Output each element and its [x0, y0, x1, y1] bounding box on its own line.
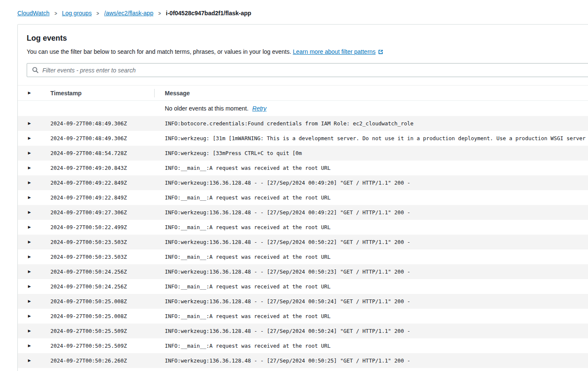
expand-row-icon[interactable]: ▶	[28, 255, 31, 259]
log-events-table: ▶ Timestamp Message No older events at t…	[18, 85, 588, 368]
learn-more-link[interactable]: Learn more about filter patterns	[293, 48, 383, 55]
event-timestamp: 2024-09-27T00:49:22.849Z	[50, 180, 165, 186]
log-rows-container: ▶ 2024-09-27T00:48:49.306Z INFO:botocore…	[18, 116, 588, 368]
event-message: INFO:werkzeug:136.36.128.48 - - [27/Sep/…	[165, 269, 588, 275]
no-older-events-text: No older events at this moment.	[165, 105, 249, 112]
expand-row-icon[interactable]: ▶	[28, 344, 31, 348]
log-event-row[interactable]: ▶ 2024-09-27T00:50:25.008Z INFO:__main__…	[18, 309, 588, 324]
event-message: INFO:werkzeug:136.36.128.48 - - [27/Sep/…	[165, 357, 588, 364]
breadcrumb-chevron-icon: >	[97, 10, 99, 17]
log-event-row[interactable]: ▶ 2024-09-27T00:50:26.260Z INFO:werkzeug…	[18, 353, 588, 368]
breadcrumb: CloudWatch > Log groups > /aws/ec2/flask…	[17, 10, 251, 17]
event-message: INFO:werkzeug:136.36.128.48 - - [27/Sep/…	[165, 180, 588, 186]
timestamp-column-header: Timestamp	[50, 90, 165, 97]
expand-row-icon[interactable]: ▶	[28, 210, 31, 214]
event-message: INFO:__main__:A request was received at …	[165, 194, 588, 201]
log-event-row[interactable]: ▶ 2024-09-27T00:50:22.499Z INFO:__main__…	[18, 220, 588, 235]
expand-row-icon[interactable]: ▶	[28, 270, 31, 274]
log-events-panel: Log events You can use the filter bar be…	[17, 24, 588, 371]
learn-more-label: Learn more about filter patterns	[293, 48, 375, 55]
event-timestamp: 2024-09-27T00:48:49.306Z	[50, 135, 165, 141]
log-event-row[interactable]: ▶ 2024-09-27T00:48:49.306Z INFO:botocore…	[18, 116, 588, 131]
log-event-row[interactable]: ▶ 2024-09-27T00:49:22.849Z INFO:__main__…	[18, 190, 588, 205]
event-timestamp: 2024-09-27T00:50:22.499Z	[50, 224, 165, 230]
log-event-row[interactable]: ▶ 2024-09-27T00:50:25.008Z INFO:werkzeug…	[18, 294, 588, 309]
panel-description: You can use the filter bar below to sear…	[27, 48, 588, 56]
log-event-row[interactable]: ▶ 2024-09-27T00:49:22.849Z INFO:werkzeug…	[18, 175, 588, 190]
log-event-row[interactable]: ▶ 2024-09-27T00:49:27.306Z INFO:werkzeug…	[18, 205, 588, 220]
log-event-row[interactable]: ▶ 2024-09-27T00:50:23.503Z INFO:werkzeug…	[18, 235, 588, 249]
page-title: Log events	[27, 34, 588, 43]
event-timestamp: 2024-09-27T00:50:26.260Z	[50, 357, 165, 364]
expand-row-icon[interactable]: ▶	[28, 299, 31, 303]
log-event-row[interactable]: ▶ 2024-09-27T00:50:25.509Z INFO:__main__…	[18, 338, 588, 353]
expand-row-icon[interactable]: ▶	[28, 225, 31, 229]
expand-row-icon[interactable]: ▶	[28, 285, 31, 288]
event-timestamp: 2024-09-27T00:50:24.256Z	[50, 269, 165, 275]
log-event-row[interactable]: ▶ 2024-09-27T00:50:24.256Z INFO:werkzeug…	[18, 264, 588, 279]
expand-row-icon[interactable]: ▶	[28, 151, 31, 155]
event-message: INFO:werkzeug:136.36.128.48 - - [27/Sep/…	[165, 298, 588, 305]
external-link-icon	[378, 49, 383, 56]
event-message: INFO:werkzeug:136.36.128.48 - - [27/Sep/…	[165, 239, 588, 245]
no-older-events-row: No older events at this moment. Retry	[18, 101, 588, 116]
event-message: INFO:werkzeug: [31m [1mWARNING: This is …	[165, 135, 588, 141]
expand-row-icon[interactable]: ▶	[28, 314, 31, 318]
event-message: INFO:botocore.credentials:Found credenti…	[165, 120, 588, 127]
expand-column-icon: ▶	[28, 91, 31, 95]
event-message: INFO:__main__:A request was received at …	[165, 283, 588, 290]
filter-events-input[interactable]	[42, 64, 588, 77]
expand-row-icon[interactable]: ▶	[28, 122, 31, 125]
event-timestamp: 2024-09-27T00:49:27.306Z	[50, 209, 165, 216]
expand-row-icon[interactable]: ▶	[28, 240, 31, 244]
event-message: INFO:__main__:A request was received at …	[165, 313, 588, 319]
event-message: INFO:__main__:A request was received at …	[165, 224, 588, 230]
message-column-header: Message	[165, 90, 588, 97]
event-message: INFO:werkzeug: [33mPress CTRL+C to quit …	[165, 150, 588, 156]
event-timestamp: 2024-09-27T00:50:25.509Z	[50, 343, 165, 349]
event-timestamp: 2024-09-27T00:48:54.728Z	[50, 150, 165, 156]
search-icon	[32, 67, 39, 73]
breadcrumb-chevron-icon: >	[158, 10, 161, 17]
expand-row-icon[interactable]: ▶	[28, 166, 31, 170]
log-event-row[interactable]: ▶ 2024-09-27T00:48:54.728Z INFO:werkzeug…	[18, 146, 588, 161]
log-event-row[interactable]: ▶ 2024-09-27T00:49:20.843Z INFO:__main__…	[18, 161, 588, 175]
filter-bar[interactable]	[27, 63, 588, 77]
breadcrumb-link-log-group[interactable]: /aws/ec2/flask-app	[104, 10, 153, 17]
breadcrumb-link-cloudwatch[interactable]: CloudWatch	[17, 10, 50, 17]
expand-row-icon[interactable]: ▶	[28, 181, 31, 185]
log-event-row[interactable]: ▶ 2024-09-27T00:50:25.509Z INFO:werkzeug…	[18, 324, 588, 338]
log-event-row[interactable]: ▶ 2024-09-27T00:48:49.306Z INFO:werkzeug…	[18, 131, 588, 146]
log-event-row[interactable]: ▶ 2024-09-27T00:50:23.503Z INFO:__main__…	[18, 249, 588, 264]
log-event-row[interactable]: ▶ 2024-09-27T00:50:24.256Z INFO:__main__…	[18, 279, 588, 294]
event-timestamp: 2024-09-27T00:49:20.843Z	[50, 165, 165, 171]
event-timestamp: 2024-09-27T00:50:23.503Z	[50, 254, 165, 260]
event-message: INFO:werkzeug:136.36.128.48 - - [27/Sep/…	[165, 209, 588, 216]
event-message: INFO:werkzeug:136.36.128.48 - - [27/Sep/…	[165, 328, 588, 334]
event-timestamp: 2024-09-27T00:50:24.256Z	[50, 283, 165, 290]
expand-row-icon[interactable]: ▶	[28, 329, 31, 333]
description-text: You can use the filter bar below to sear…	[27, 48, 291, 55]
event-message: INFO:__main__:A request was received at …	[165, 254, 588, 260]
event-message: INFO:__main__:A request was received at …	[165, 165, 588, 171]
event-timestamp: 2024-09-27T00:49:22.849Z	[50, 194, 165, 201]
breadcrumb-link-log-groups[interactable]: Log groups	[62, 10, 92, 17]
expand-row-icon[interactable]: ▶	[28, 196, 31, 199]
expand-row-icon[interactable]: ▶	[28, 136, 31, 140]
table-header: ▶ Timestamp Message	[18, 85, 588, 101]
event-timestamp: 2024-09-27T00:48:49.306Z	[50, 120, 165, 127]
event-timestamp: 2024-09-27T00:50:25.008Z	[50, 313, 165, 319]
breadcrumb-current-stream: i-0f04528c947bad2f1/flask-app	[166, 10, 252, 17]
breadcrumb-chevron-icon: >	[55, 10, 57, 17]
retry-link[interactable]: Retry	[252, 105, 266, 112]
event-message: INFO:__main__:A request was received at …	[165, 343, 588, 349]
event-timestamp: 2024-09-27T00:50:25.008Z	[50, 298, 165, 305]
event-timestamp: 2024-09-27T00:50:25.509Z	[50, 328, 165, 334]
expand-row-icon[interactable]: ▶	[28, 359, 31, 363]
event-timestamp: 2024-09-27T00:50:23.503Z	[50, 239, 165, 245]
